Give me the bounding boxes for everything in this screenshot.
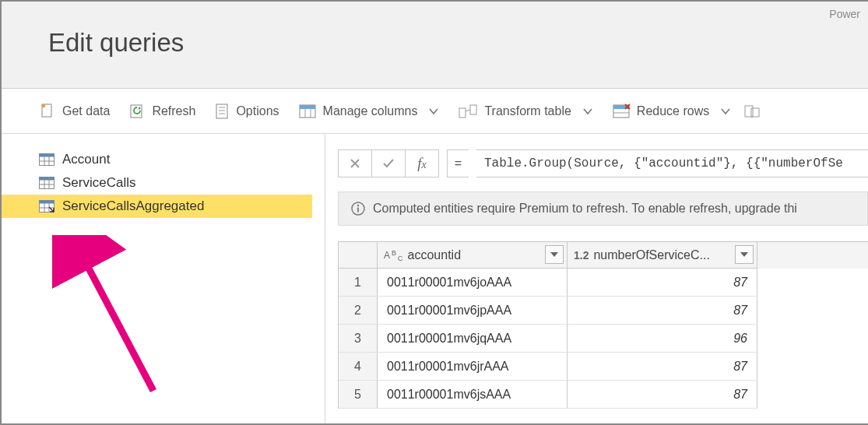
info-icon xyxy=(351,202,365,216)
svg-point-36 xyxy=(357,205,359,206)
get-data-button[interactable]: Get data xyxy=(30,98,119,125)
svg-rect-7 xyxy=(300,105,315,109)
caret-down-icon xyxy=(550,252,558,257)
get-data-label: Get data xyxy=(62,104,110,118)
table-row[interactable]: 50011r00001mv6jsAAA87 xyxy=(339,381,868,409)
get-data-icon xyxy=(39,103,56,120)
more-button[interactable] xyxy=(740,99,773,124)
cell-accountid[interactable]: 0011r00001mv6jpAAA xyxy=(378,297,568,325)
svg-rect-37 xyxy=(357,208,359,212)
queries-pane: Account ServiceCalls ServiceCallsAggrega… xyxy=(2,134,325,423)
options-icon xyxy=(214,103,230,120)
cell-accountid[interactable]: 0011r00001mv6jrAAA xyxy=(378,353,568,381)
transform-table-label: Transform table xyxy=(484,104,571,118)
reduce-rows-icon xyxy=(612,104,631,119)
column-header-numberofservicec[interactable]: 1.2 numberOfServiceC... xyxy=(568,242,757,269)
manage-columns-label: Manage columns xyxy=(323,104,418,118)
row-header-spacer xyxy=(339,242,378,269)
options-button[interactable]: Options xyxy=(205,98,288,125)
row-index: 3 xyxy=(339,325,378,353)
cell-numberofservicec[interactable]: 96 xyxy=(568,325,757,353)
refresh-button[interactable]: Refresh xyxy=(119,98,205,125)
refresh-icon xyxy=(128,103,146,120)
formula-bar[interactable]: Table.Group(Source, {"accountid"}, {{"nu… xyxy=(476,149,868,177)
data-grid: ABC accountid 1.2 numberOfServiceC... 10… xyxy=(338,241,868,409)
query-item-servicecallsaggregated[interactable]: ServiceCallsAggregated xyxy=(2,195,312,218)
column-name: numberOfServiceC... xyxy=(593,248,709,262)
cell-numberofservicec[interactable]: 87 xyxy=(568,353,757,381)
row-index: 2 xyxy=(339,297,378,325)
cell-accountid[interactable]: 0011r00001mv6jqAAA xyxy=(378,325,568,353)
formula-equals: = xyxy=(447,149,469,177)
table-icon xyxy=(39,177,54,189)
premium-info-bar: Computed entities require Premium to ref… xyxy=(338,191,868,226)
column-name: accountid xyxy=(408,248,462,262)
transform-table-button[interactable]: Transform table xyxy=(448,99,602,124)
table-row[interactable]: 40011r00001mv6jrAAA87 xyxy=(339,353,868,381)
query-label: ServiceCallsAggregated xyxy=(62,198,204,214)
cell-accountid[interactable]: 0011r00001mv6jsAAA xyxy=(378,381,568,409)
row-index: 5 xyxy=(339,381,378,409)
app-name: Power xyxy=(829,8,860,20)
cell-accountid[interactable]: 0011r00001mv6joAAA xyxy=(378,269,568,297)
chevron-down-icon xyxy=(428,106,439,117)
formula-fx-button[interactable]: fx xyxy=(406,155,438,172)
computed-table-icon xyxy=(39,200,54,212)
table-icon xyxy=(39,153,54,166)
close-icon xyxy=(350,158,360,169)
query-item-servicecalls[interactable]: ServiceCalls xyxy=(2,171,325,195)
query-editor-main: fx = Table.Group(Source, {"accountid"}, … xyxy=(325,134,868,423)
chevron-down-icon xyxy=(720,106,731,117)
svg-line-12 xyxy=(466,110,470,111)
decimal-type-icon: 1.2 xyxy=(574,249,589,262)
reduce-rows-button[interactable]: Reduce rows xyxy=(603,99,740,124)
chevron-down-icon xyxy=(582,106,593,117)
query-label: Account xyxy=(62,152,110,167)
manage-columns-icon xyxy=(298,104,317,119)
page-title: Edit queries xyxy=(48,28,184,58)
ribbon-toolbar: Get data Refresh Options Manage columns xyxy=(2,89,868,134)
options-label: Options xyxy=(236,104,279,118)
text-type-icon: ABC xyxy=(384,250,403,261)
svg-rect-2 xyxy=(216,104,227,118)
reduce-rows-label: Reduce rows xyxy=(637,104,709,118)
column-filter-button[interactable] xyxy=(545,245,564,264)
column-filter-button[interactable] xyxy=(735,245,754,264)
caret-down-icon xyxy=(740,252,748,257)
svg-rect-11 xyxy=(470,105,476,114)
svg-rect-31 xyxy=(40,201,54,204)
table-row[interactable]: 20011r00001mv6jpAAA87 xyxy=(339,297,868,325)
row-index: 1 xyxy=(339,269,378,297)
formula-commit-button[interactable] xyxy=(372,158,405,169)
table-row[interactable]: 30011r00001mv6jqAAA96 xyxy=(339,325,868,353)
refresh-label: Refresh xyxy=(152,104,195,118)
svg-rect-26 xyxy=(40,177,54,181)
merge-icon xyxy=(743,104,764,119)
row-index: 4 xyxy=(339,353,378,381)
info-text: Computed entities require Premium to ref… xyxy=(373,202,797,216)
check-icon xyxy=(382,158,395,169)
table-row[interactable]: 10011r00001mv6joAAA87 xyxy=(339,269,868,297)
manage-columns-button[interactable]: Manage columns xyxy=(289,99,449,124)
transform-table-icon xyxy=(458,104,478,119)
formula-cancel-button[interactable] xyxy=(339,158,371,169)
cell-numberofservicec[interactable]: 87 xyxy=(568,297,757,325)
svg-rect-21 xyxy=(40,154,54,157)
column-header-accountid[interactable]: ABC accountid xyxy=(378,242,568,269)
query-item-account[interactable]: Account xyxy=(2,148,325,171)
svg-rect-10 xyxy=(459,108,466,118)
cell-numberofservicec[interactable]: 87 xyxy=(568,269,757,297)
cell-numberofservicec[interactable]: 87 xyxy=(568,381,757,409)
query-label: ServiceCalls xyxy=(62,175,135,191)
